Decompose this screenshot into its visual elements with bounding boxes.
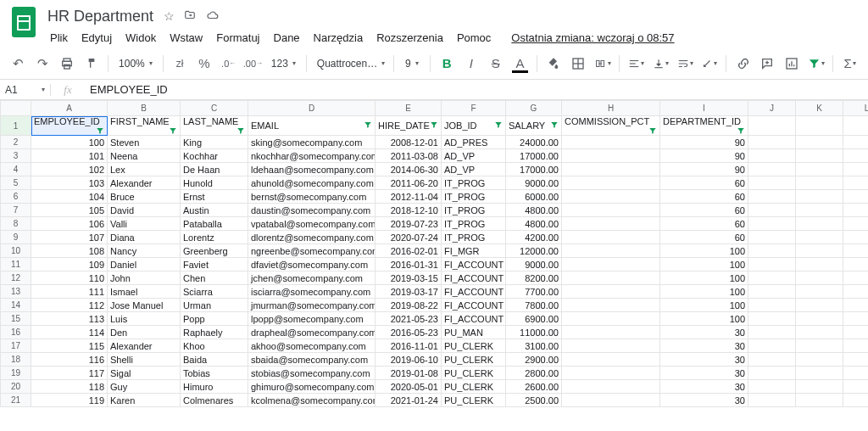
cell[interactable] bbox=[796, 258, 843, 271]
cell[interactable] bbox=[562, 176, 660, 190]
cell[interactable]: IT_PROG bbox=[442, 204, 506, 217]
cell[interactable]: Colmenares bbox=[181, 394, 248, 407]
spreadsheet-grid[interactable]: ABCDEFGHIJKL 1EMPLOYEE_IDFIRST_NAMELAST_… bbox=[0, 100, 868, 407]
cell[interactable]: 17000.00 bbox=[506, 149, 562, 163]
cell[interactable]: 2016-02-01 bbox=[376, 244, 442, 258]
horizontal-align-button[interactable] bbox=[625, 52, 648, 76]
cell[interactable]: IT_PROG bbox=[442, 231, 506, 244]
cell[interactable]: Ernst bbox=[181, 190, 248, 204]
increase-decimal-button[interactable]: .00→ bbox=[242, 52, 264, 76]
row-header-6[interactable]: 6 bbox=[1, 190, 31, 204]
cell[interactable] bbox=[562, 312, 660, 326]
cell[interactable] bbox=[796, 244, 843, 258]
cell[interactable]: Austin bbox=[181, 204, 248, 217]
cell[interactable]: COMMISSION_PCT bbox=[562, 116, 660, 136]
cell[interactable]: AD_PRES bbox=[442, 136, 506, 149]
cell[interactable]: 2020-07-24 bbox=[376, 231, 442, 244]
cell[interactable] bbox=[748, 176, 796, 190]
cell[interactable] bbox=[843, 217, 869, 231]
cell[interactable]: stobias@somecompany.com bbox=[248, 367, 376, 380]
cell[interactable]: FI_ACCOUNT bbox=[442, 299, 506, 312]
functions-button[interactable]: Σ bbox=[838, 52, 861, 76]
cell[interactable]: sbaida@somecompany.com bbox=[248, 353, 376, 367]
cell[interactable]: 111 bbox=[31, 285, 108, 299]
cell[interactable] bbox=[843, 163, 869, 176]
cell[interactable]: 30 bbox=[660, 353, 748, 367]
cell[interactable] bbox=[843, 367, 869, 380]
cell[interactable]: 2016-01-31 bbox=[376, 258, 442, 271]
cell[interactable]: 8200.00 bbox=[506, 271, 562, 285]
cell[interactable] bbox=[748, 163, 796, 176]
percent-button[interactable]: % bbox=[193, 52, 216, 76]
text-wrap-button[interactable] bbox=[674, 52, 697, 76]
cell[interactable] bbox=[748, 312, 796, 326]
col-header-C[interactable]: C bbox=[181, 101, 248, 116]
cell[interactable] bbox=[796, 312, 843, 326]
cell[interactable]: 117 bbox=[31, 367, 108, 380]
decrease-decimal-button[interactable]: .0← bbox=[217, 52, 240, 76]
zoom-select[interactable]: 100% bbox=[114, 53, 158, 74]
cell[interactable]: Luis bbox=[108, 312, 181, 326]
cell[interactable]: Lex bbox=[108, 163, 181, 176]
cell[interactable]: Valli bbox=[108, 217, 181, 231]
cell[interactable]: 2800.00 bbox=[506, 367, 562, 380]
cell[interactable]: sking@somecompany.com bbox=[248, 136, 376, 149]
cell[interactable] bbox=[796, 394, 843, 407]
vertical-align-button[interactable] bbox=[649, 52, 672, 76]
cell[interactable] bbox=[562, 299, 660, 312]
row-header-8[interactable]: 8 bbox=[1, 217, 31, 231]
cell[interactable]: 2019-03-17 bbox=[376, 285, 442, 299]
cell[interactable] bbox=[843, 326, 869, 339]
cell[interactable] bbox=[843, 271, 869, 285]
col-header-H[interactable]: H bbox=[562, 101, 660, 116]
menu-wstaw[interactable]: Wstaw bbox=[164, 28, 209, 48]
cell[interactable]: 6000.00 bbox=[506, 190, 562, 204]
cell[interactable] bbox=[843, 190, 869, 204]
row-header-9[interactable]: 9 bbox=[1, 231, 31, 244]
col-header-I[interactable]: I bbox=[660, 101, 748, 116]
cell[interactable] bbox=[562, 149, 660, 163]
cell[interactable] bbox=[796, 116, 843, 136]
cell[interactable] bbox=[796, 217, 843, 231]
cell[interactable] bbox=[748, 217, 796, 231]
cell[interactable]: Himuro bbox=[181, 380, 248, 394]
cell[interactable]: De Haan bbox=[181, 163, 248, 176]
cell[interactable]: 90 bbox=[660, 136, 748, 149]
cell[interactable] bbox=[843, 353, 869, 367]
cell[interactable] bbox=[562, 163, 660, 176]
cell[interactable]: 4800.00 bbox=[506, 217, 562, 231]
cell[interactable]: 2008-12-01 bbox=[376, 136, 442, 149]
cell[interactable]: 118 bbox=[31, 380, 108, 394]
cell[interactable] bbox=[796, 367, 843, 380]
cell[interactable]: 101 bbox=[31, 149, 108, 163]
cell[interactable] bbox=[796, 299, 843, 312]
cell[interactable]: 115 bbox=[31, 339, 108, 353]
cell[interactable]: 17000.00 bbox=[506, 163, 562, 176]
row-header-14[interactable]: 14 bbox=[1, 299, 31, 312]
cell[interactable]: 106 bbox=[31, 217, 108, 231]
cell[interactable]: Alexander bbox=[108, 176, 181, 190]
cell[interactable] bbox=[843, 339, 869, 353]
cell[interactable]: 2021-05-23 bbox=[376, 312, 442, 326]
filter-icon[interactable] bbox=[737, 126, 745, 135]
cell[interactable]: Jose Manuel bbox=[108, 299, 181, 312]
cell[interactable]: EMPLOYEE_ID bbox=[31, 116, 108, 136]
font-family-select[interactable]: Quattrocen… bbox=[312, 53, 388, 74]
menu-widok[interactable]: Widok bbox=[120, 28, 162, 48]
row-header-5[interactable]: 5 bbox=[1, 176, 31, 190]
formula-input[interactable]: EMPLOYEE_ID bbox=[85, 83, 868, 96]
cell[interactable] bbox=[562, 380, 660, 394]
italic-button[interactable]: I bbox=[460, 52, 483, 76]
cell[interactable]: Urman bbox=[181, 299, 248, 312]
cell[interactable] bbox=[796, 136, 843, 149]
cell[interactable] bbox=[748, 244, 796, 258]
cell[interactable]: 4800.00 bbox=[506, 204, 562, 217]
last-edit-link[interactable]: Ostatnia zmiana: wczoraj o 08:57 bbox=[505, 28, 680, 48]
cell[interactable]: FI_ACCOUNT bbox=[442, 271, 506, 285]
cell[interactable]: 30 bbox=[660, 339, 748, 353]
cell[interactable]: Diana bbox=[108, 231, 181, 244]
filter-icon[interactable] bbox=[648, 126, 657, 135]
cell[interactable]: Hunold bbox=[181, 176, 248, 190]
cell[interactable]: 100 bbox=[31, 136, 108, 149]
cell[interactable]: 113 bbox=[31, 312, 108, 326]
